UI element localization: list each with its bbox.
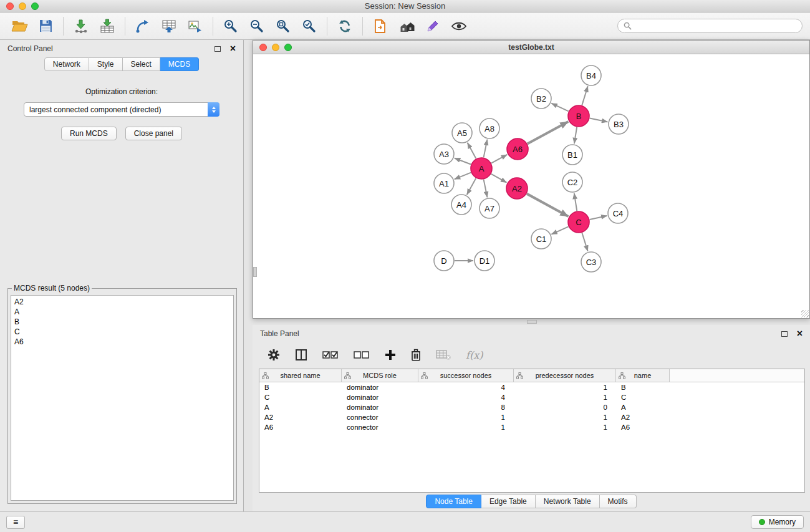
refresh-layout-button[interactable] bbox=[332, 15, 358, 37]
table-row[interactable]: A6connector11A6 bbox=[259, 422, 804, 432]
zoom-out-button[interactable] bbox=[244, 15, 270, 37]
graph-node-B[interactable]: B bbox=[568, 105, 589, 127]
table-row[interactable]: Adominator80A bbox=[259, 402, 804, 412]
task-history-button[interactable]: ≡ bbox=[6, 516, 25, 529]
graph-edge-A-A3[interactable] bbox=[455, 158, 471, 164]
graph-node-A[interactable]: A bbox=[471, 158, 492, 179]
column-header-shared-name[interactable]: shared name bbox=[259, 369, 342, 382]
select-all-rows-button[interactable] bbox=[322, 344, 339, 366]
close-panel-button[interactable]: Close panel bbox=[125, 127, 182, 140]
graph-node-A1[interactable]: A1 bbox=[434, 173, 454, 193]
float-panel-icon[interactable] bbox=[215, 46, 221, 52]
graph-edge-C-C2[interactable] bbox=[574, 193, 577, 211]
graph-edge-A2-C[interactable] bbox=[527, 194, 569, 216]
graph-node-A5[interactable]: A5 bbox=[452, 123, 472, 143]
graph-edge-A-A6[interactable] bbox=[491, 155, 507, 163]
resize-grip[interactable] bbox=[801, 310, 809, 317]
splitter-handle-horizontal[interactable] bbox=[527, 320, 537, 324]
table-row[interactable]: Cdominator41C bbox=[259, 392, 804, 402]
graph-node-C1[interactable]: C1 bbox=[531, 229, 551, 249]
tab-select[interactable]: Select bbox=[123, 57, 160, 71]
show-columns-button[interactable] bbox=[295, 344, 307, 366]
delete-column-button[interactable] bbox=[411, 344, 421, 366]
table-settings-button[interactable] bbox=[268, 344, 280, 366]
network-canvas[interactable]: B4B2BB3A5A8A6B1A3AC2A1A2A4A7C4CC1C3DD1 bbox=[253, 54, 809, 318]
tab-style[interactable]: Style bbox=[89, 57, 123, 71]
dropdown-stepper-icon[interactable] bbox=[208, 102, 219, 117]
graph-node-D1[interactable]: D1 bbox=[475, 251, 494, 271]
add-column-button[interactable] bbox=[385, 344, 396, 366]
maximize-window-icon[interactable] bbox=[31, 2, 39, 10]
network-graph[interactable]: B4B2BB3A5A8A6B1A3AC2A1A2A4A7C4CC1C3DD1 bbox=[253, 54, 809, 318]
mcds-result-list[interactable]: A2ABCA6 bbox=[11, 295, 234, 501]
table-tab-node-table[interactable]: Node Table bbox=[426, 495, 481, 508]
graph-edge-A-A7[interactable] bbox=[484, 180, 488, 198]
zoom-selected-button[interactable] bbox=[296, 15, 322, 37]
export-image-button[interactable] bbox=[182, 15, 208, 37]
graphics-details-button[interactable] bbox=[446, 15, 472, 37]
graph-node-B3[interactable]: B3 bbox=[609, 114, 629, 134]
graph-node-B4[interactable]: B4 bbox=[581, 65, 601, 85]
delete-table-button[interactable] bbox=[436, 344, 451, 366]
search-input[interactable] bbox=[635, 22, 796, 31]
graph-node-A2[interactable]: A2 bbox=[506, 178, 528, 199]
graph-node-B1[interactable]: B1 bbox=[562, 145, 582, 165]
graph-node-B2[interactable]: B2 bbox=[531, 89, 551, 109]
graph-node-C4[interactable]: C4 bbox=[608, 203, 628, 223]
graph-node-A8[interactable]: A8 bbox=[480, 118, 499, 138]
graph-edge-A-A1[interactable] bbox=[455, 173, 471, 180]
open-file-button[interactable] bbox=[6, 15, 32, 37]
graph-edge-C-C4[interactable] bbox=[590, 216, 607, 220]
network-window-titlebar[interactable]: testGlobe.txt bbox=[253, 41, 809, 54]
deselect-all-rows-button[interactable] bbox=[354, 344, 370, 366]
result-item[interactable]: C bbox=[14, 327, 230, 337]
zoom-in-button[interactable] bbox=[218, 15, 244, 37]
graph-edge-C-C1[interactable] bbox=[551, 226, 568, 234]
tab-network[interactable]: Network bbox=[44, 57, 89, 71]
result-item[interactable]: B bbox=[14, 317, 230, 327]
graph-node-C2[interactable]: C2 bbox=[562, 172, 582, 192]
graph-edge-A-A5[interactable] bbox=[468, 143, 476, 158]
save-session-button[interactable] bbox=[32, 15, 59, 37]
graph-edge-A6-B[interactable] bbox=[528, 122, 568, 143]
float-table-panel-icon[interactable] bbox=[781, 331, 788, 337]
style-paint-button[interactable] bbox=[420, 15, 446, 37]
tab-mcds[interactable]: MCDS bbox=[160, 57, 199, 71]
column-header-predecessor-nodes[interactable]: predecessor nodes bbox=[514, 369, 616, 382]
table-row[interactable]: Bdominator41B bbox=[259, 382, 804, 392]
column-header-MCDS-role[interactable]: MCDS role bbox=[342, 369, 418, 382]
network-minimize-icon[interactable] bbox=[272, 44, 279, 51]
close-table-panel-icon[interactable]: × bbox=[797, 329, 803, 339]
result-item[interactable]: A bbox=[14, 307, 230, 317]
graph-node-C[interactable]: C bbox=[568, 211, 589, 233]
optimization-criterion-select[interactable]: largest connected component (directed) bbox=[24, 102, 219, 117]
memory-button[interactable]: Memory bbox=[751, 515, 804, 529]
network-overview-button[interactable] bbox=[393, 15, 420, 37]
network-close-icon[interactable] bbox=[259, 44, 267, 51]
close-panel-icon[interactable]: × bbox=[230, 44, 236, 54]
graph-node-C3[interactable]: C3 bbox=[581, 252, 601, 272]
graph-edge-A-A2[interactable] bbox=[491, 174, 507, 183]
splitter-handle-vertical[interactable] bbox=[253, 267, 257, 277]
graph-node-A4[interactable]: A4 bbox=[451, 195, 471, 215]
table-tab-motifs[interactable]: Motifs bbox=[600, 495, 637, 508]
graph-node-A3[interactable]: A3 bbox=[434, 144, 454, 164]
document-export-button[interactable] bbox=[367, 15, 393, 37]
import-network-button[interactable] bbox=[68, 15, 94, 37]
result-item[interactable]: A2 bbox=[14, 297, 230, 307]
search-box[interactable] bbox=[617, 19, 803, 33]
graph-node-A7[interactable]: A7 bbox=[480, 198, 499, 218]
run-mcds-button[interactable]: Run MCDS bbox=[61, 127, 117, 140]
column-header-successor-nodes[interactable]: successor nodes bbox=[418, 369, 514, 382]
table-tab-network-table[interactable]: Network Table bbox=[536, 495, 600, 508]
graph-edge-B-B3[interactable] bbox=[590, 118, 608, 122]
graph-edge-C-C3[interactable] bbox=[582, 233, 587, 251]
graph-node-D[interactable]: D bbox=[434, 251, 454, 271]
zoom-fit-button[interactable] bbox=[270, 15, 296, 37]
close-window-icon[interactable] bbox=[6, 2, 14, 10]
graph-edge-B-B2[interactable] bbox=[551, 104, 568, 112]
graph-edge-A-A4[interactable] bbox=[467, 178, 476, 195]
function-builder-button[interactable]: f(x) bbox=[466, 349, 483, 361]
export-table-button[interactable] bbox=[156, 15, 182, 37]
graph-node-A6[interactable]: A6 bbox=[507, 138, 528, 160]
